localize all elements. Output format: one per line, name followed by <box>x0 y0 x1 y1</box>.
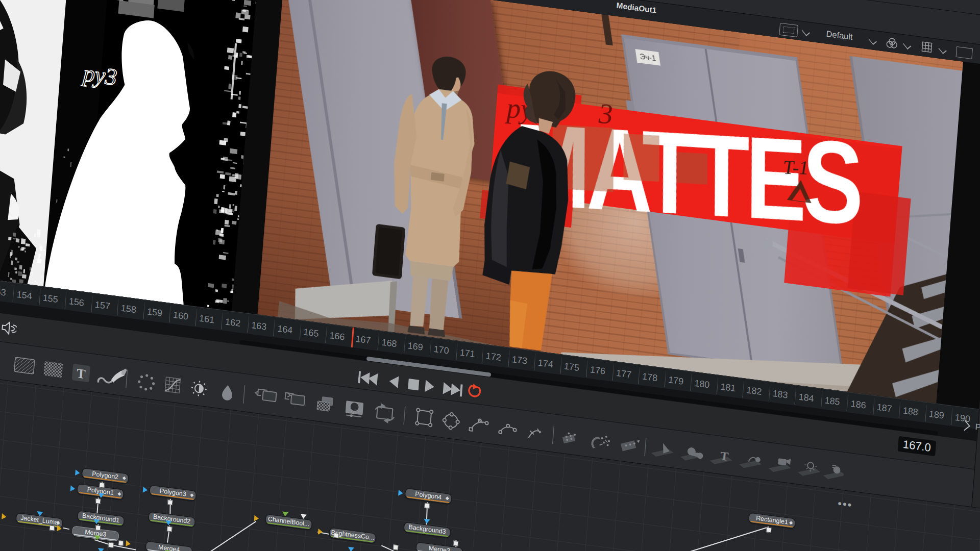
svg-text:T: T <box>720 449 729 463</box>
svg-text:T: T <box>76 366 86 382</box>
